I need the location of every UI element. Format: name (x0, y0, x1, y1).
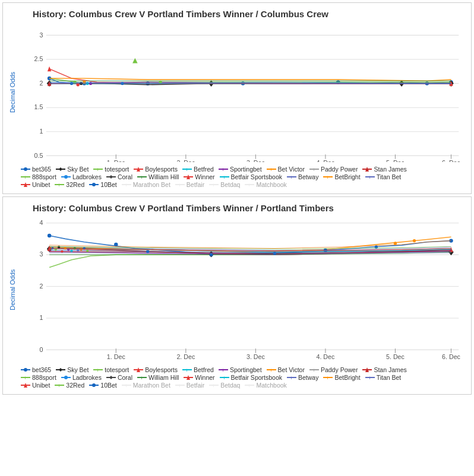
svg-text:5. Dec: 5. Dec (386, 354, 405, 361)
legend-2-betbright: + BetBright (323, 374, 360, 381)
legend-matchbook-1: + Matchbook (245, 181, 286, 188)
chart-title-2: History: Columbus Crew V Portland Timber… (9, 203, 465, 213)
legend-2-marathon: + Marathon Bet (122, 382, 170, 389)
svg-text:3. Dec: 3. Dec (247, 354, 266, 361)
svg-text:+: + (326, 174, 329, 180)
svg-point-149 (413, 239, 416, 242)
chart-container-1: History: Columbus Crew V Portland Timber… (2, 2, 472, 194)
svg-marker-173 (109, 376, 113, 379)
svg-text:+: + (248, 182, 251, 188)
svg-text:3: 3 (39, 31, 43, 39)
legend-boylesports: Boylesports (134, 166, 178, 173)
svg-text:+: + (178, 383, 181, 388)
svg-text:+: + (24, 174, 27, 180)
svg-text:+: + (140, 375, 143, 380)
legend-2-skybet: Sky Bet (56, 366, 89, 373)
svg-text:+: + (24, 375, 27, 380)
svg-point-137 (70, 250, 72, 252)
legend-stanjames: Stan James (362, 166, 406, 173)
legend-2-stanjames: Stan James (362, 366, 406, 373)
svg-text:+: + (248, 383, 251, 388)
svg-text:5. Dec: 5. Dec (386, 159, 405, 162)
svg-point-151 (24, 368, 27, 372)
svg-text:+: + (223, 174, 226, 180)
svg-text:4. Dec: 4. Dec (316, 354, 335, 361)
legend-2-titanbet: + Titan Bet (365, 374, 402, 381)
svg-text:+: + (290, 174, 293, 180)
svg-point-171 (64, 376, 68, 379)
legend-ladbrokes: Ladbrokes (61, 173, 102, 180)
svg-text:+: + (212, 182, 215, 188)
svg-text:2. Dec: 2. Dec (176, 159, 195, 162)
legend-2-betdaq: + Betdaq (209, 382, 240, 389)
svg-text:1. Dec: 1. Dec (107, 159, 126, 162)
svg-point-49 (24, 167, 27, 171)
legend-row-3: Unibet + 32Red 10Bet + Marathon Bet (21, 181, 465, 188)
svg-text:+: + (222, 367, 225, 373)
svg-text:+: + (312, 367, 315, 373)
legend-row-2-2: + 888sport Ladbrokes Coral + Wi (21, 374, 465, 381)
svg-text:6. Dec: 6. Dec (442, 159, 461, 162)
legend-10bet: 10Bet (89, 181, 116, 188)
legend-32red: + 32Red (55, 181, 84, 188)
svg-text:+: + (58, 182, 61, 188)
svg-text:+: + (58, 383, 61, 388)
svg-text:+: + (223, 375, 226, 380)
svg-text:2: 2 (39, 80, 43, 87)
legend-betvictor-1: + Bet Victor (267, 166, 305, 173)
legend-2-32red: + 32Red (55, 382, 84, 389)
legend-skybet: Sky Bet (56, 166, 89, 173)
svg-marker-153 (59, 368, 62, 372)
svg-text:+: + (368, 174, 371, 180)
svg-text:+: + (96, 167, 99, 172)
svg-text:+: + (185, 167, 188, 172)
legend-2-10bet: 10Bet (89, 382, 116, 389)
svg-point-121 (114, 243, 118, 246)
legend-betfred: + Betfred (182, 166, 214, 173)
svg-text:4: 4 (39, 219, 43, 226)
chart-title-1: History: Columbus Crew V Portland Timber… (9, 9, 465, 19)
svg-text:3. Dec: 3. Dec (247, 159, 266, 162)
chart-2-legend: bet365 Sky Bet + totesport Boylesports (9, 366, 465, 389)
chart-container-2: History: Columbus Crew V Portland Timber… (2, 196, 472, 395)
legend-2-paddypower: + Paddy Power (309, 366, 358, 373)
y-axis-label-2: Decimal Odds (9, 217, 18, 363)
chart-svg-1: 3 2.5 2 1.5 1 0.5 1. Dec 2. Dec 3. Dec 4… (21, 23, 465, 162)
svg-point-134 (61, 250, 63, 253)
svg-text:3: 3 (39, 250, 43, 258)
legend-betfair-sb: + Betfair Sportsbook (220, 173, 282, 180)
svg-text:4. Dec: 4. Dec (316, 159, 335, 162)
svg-text:+: + (140, 174, 143, 180)
svg-text:2.5: 2.5 (34, 55, 43, 62)
legend-2-ladbrokes: Ladbrokes (61, 374, 102, 381)
legend-2-888sport: + 888sport (21, 374, 56, 381)
chart-inner-1: 3 2.5 2 1.5 1 0.5 1. Dec 2. Dec 3. Dec 4… (21, 23, 465, 162)
legend-row-1: bet365 Sky Bet + totesport Boylesports (21, 166, 465, 173)
legend-2-winner: Winner (184, 374, 214, 381)
legend-2-totesport: + totesport (93, 366, 129, 373)
legend-totesport: + totesport (93, 166, 129, 173)
legend-unibet: Unibet (21, 181, 50, 188)
svg-text:+: + (290, 375, 293, 380)
legend-betfair: + Betfair (175, 181, 204, 188)
legend-2-williamhill: + William Hill (137, 374, 179, 381)
svg-text:+: + (125, 182, 128, 188)
legend-row-2-3: Unibet + 32Red 10Bet + Marathon Bet (21, 382, 465, 389)
legend-paddypower: + Paddy Power (309, 166, 358, 173)
legend-betbright: + BetBright (323, 173, 360, 180)
y-axis-label-1: Decimal Odds (9, 23, 18, 162)
svg-point-191 (92, 383, 96, 387)
legend-2-betway: + Betway (287, 374, 318, 381)
svg-point-148 (394, 242, 397, 245)
svg-text:+: + (125, 383, 128, 388)
svg-point-144 (210, 253, 213, 256)
legend-2-betfairsb: + Betfair Sportsbook (220, 374, 282, 381)
svg-point-120 (48, 234, 51, 237)
legend-winner: Winner (184, 173, 214, 180)
svg-text:2. Dec: 2. Dec (176, 354, 195, 361)
legend-2-betfair: + Betfair (175, 382, 204, 389)
svg-text:+: + (368, 375, 371, 380)
svg-marker-47 (132, 58, 138, 64)
chart-1-legend: bet365 Sky Bet + totesport Boylesports (9, 166, 465, 188)
legend-2-betfred: + Betfred (182, 366, 214, 373)
